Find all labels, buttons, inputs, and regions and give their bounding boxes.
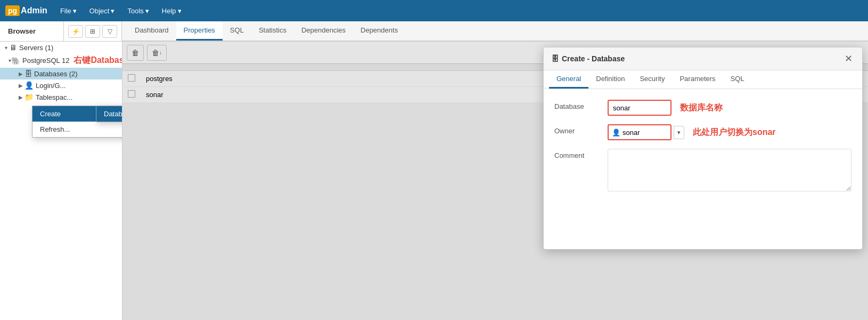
comment-control-wrap [608, 149, 851, 191]
grid-toolbar-button[interactable]: ⊞ [85, 25, 100, 38]
second-bar: Browser ⚡ ⊞ ▽ Dashboard Properties SQL S… [0, 21, 868, 42]
expand-arrow-icon: ▶ [17, 94, 24, 100]
tab-properties[interactable]: Properties [176, 21, 223, 41]
tree-item-tablespaces[interactable]: ▶ 📁 Tablespac... [0, 91, 122, 103]
tree-item-postgresql[interactable]: ▾ 🐘 PostgreSQL 12 右键Databases [0, 53, 122, 68]
dialog-tab-general[interactable]: General [549, 70, 588, 89]
main-container: Browser ⚡ ⊞ ▽ Dashboard Properties SQL S… [0, 21, 868, 320]
owner-label: Owner [554, 124, 608, 135]
dialog-close-button[interactable]: ✕ [842, 53, 855, 65]
chevron-down-icon: ▾ [178, 7, 182, 15]
dialog-header: 🗄 Create - Database ✕ [544, 47, 862, 70]
submenu: Database... [96, 106, 122, 122]
chevron-down-icon: ▾ [111, 7, 114, 15]
refresh-toolbar-button[interactable]: ⚡ [68, 25, 83, 38]
tablespaces-icon: 📁 [24, 93, 34, 101]
owner-control-wrap: 👤 sonar ▾ 此处用户切换为sonar [608, 124, 851, 140]
logo-text: Admin [21, 6, 47, 15]
menu-file[interactable]: File ▾ [55, 4, 82, 18]
menu-tools[interactable]: Tools ▾ [122, 4, 154, 18]
db-name-annotation: 数据库名称 [680, 102, 723, 114]
browser-label: Browser [0, 21, 64, 41]
dialog-tab-sql[interactable]: SQL [723, 70, 752, 89]
filter-toolbar-button[interactable]: ▽ [102, 25, 117, 38]
database-dialog-icon: 🗄 [551, 54, 559, 63]
tree-item-logingroup[interactable]: ▶ 👤 Login/G... [0, 79, 122, 91]
database-input[interactable] [608, 100, 672, 116]
dialog-tabs: General Definition Security Parameters S [544, 70, 862, 89]
database-form-row: Database 数据库名称 [554, 100, 851, 116]
dialog-title: 🗄 Create - Database [551, 54, 625, 63]
dialog-overlay: 🗄 Create - Database ✕ General Definition [122, 42, 868, 320]
tab-dependencies[interactable]: Dependencies [294, 21, 353, 41]
postgresql-icon: 🐘 [11, 57, 20, 65]
dialog-body: Database 数据库名称 Owner 👤 [544, 89, 862, 211]
databases-icon: 🗄 [24, 69, 32, 78]
sidebar: ▾ 🖥 Servers (1) ▾ 🐘 PostgreSQL 12 右键Data… [0, 42, 122, 320]
main-panel: 🗑 🗑↓ postgres [122, 42, 868, 320]
expand-arrow-icon: ▶ [17, 83, 24, 89]
server-icon: 🖥 [10, 43, 17, 52]
user-icon: 👤 [612, 129, 620, 137]
menu-object[interactable]: Object ▾ [84, 4, 120, 18]
content-area: ▾ 🖥 Servers (1) ▾ 🐘 PostgreSQL 12 右键Data… [0, 42, 868, 320]
owner-select[interactable]: 👤 sonar [608, 124, 672, 140]
tree-item-databases[interactable]: ▶ 🗄 Databases (2) [0, 68, 122, 79]
expand-arrow-icon: ▶ [17, 71, 24, 77]
chevron-down-icon: ▾ [145, 7, 149, 15]
chevron-down-icon: ▾ [73, 7, 77, 15]
tab-dependents[interactable]: Dependents [353, 21, 405, 41]
comment-form-row: Comment [554, 149, 851, 191]
comment-textarea[interactable] [608, 149, 851, 191]
owner-annotation: 此处用户切换为sonar [693, 127, 776, 138]
tab-statistics[interactable]: Statistics [251, 21, 294, 41]
dialog-tab-parameters[interactable]: Parameters [672, 70, 723, 89]
tabs-bar: Dashboard Properties SQL Statistics Depe… [122, 21, 868, 41]
toolbar-icons: ⚡ ⊞ ▽ [64, 21, 122, 41]
submenu-database[interactable]: Database... [96, 106, 122, 122]
logo-box: pg [5, 5, 20, 16]
database-label: Database [554, 100, 608, 110]
owner-form-row: Owner 👤 sonar ▾ 此处用户切换为sonar [554, 124, 851, 140]
ctx-refresh[interactable]: Refresh... [32, 122, 122, 137]
dialog-tab-definition[interactable]: Definition [588, 70, 632, 89]
comment-label: Comment [554, 149, 608, 159]
logingroup-icon: 👤 [24, 81, 34, 90]
owner-dropdown-arrow-icon[interactable]: ▾ [674, 126, 684, 139]
dialog-tab-security[interactable]: Security [632, 70, 672, 89]
create-database-dialog: 🗄 Create - Database ✕ General Definition [543, 47, 863, 250]
sidebar-annotation-databases: 右键Databases [73, 55, 122, 66]
expand-arrow-icon: ▾ [2, 45, 10, 51]
logo: pg Admin [5, 5, 47, 16]
owner-value: sonar [623, 129, 667, 137]
menu-help[interactable]: Help ▾ [157, 4, 187, 18]
tree-item-servers[interactable]: ▾ 🖥 Servers (1) [0, 42, 122, 53]
menubar: pg Admin File ▾ Object ▾ Tools ▾ Help ▾ [0, 0, 868, 21]
database-control-wrap: 数据库名称 [608, 100, 851, 116]
tab-dashboard[interactable]: Dashboard [127, 21, 176, 41]
tab-sql[interactable]: SQL [223, 21, 251, 41]
